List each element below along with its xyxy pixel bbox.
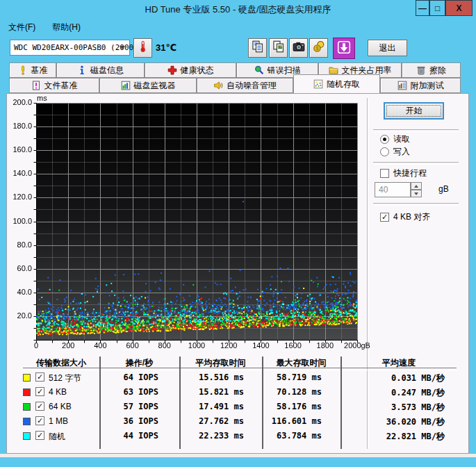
series-checkbox[interactable]: ✓	[35, 431, 44, 440]
tab-label: 随机存取	[327, 79, 360, 90]
menu-item-file[interactable]: 文件(F)	[0, 19, 44, 35]
maximize-button[interactable]: □	[429, 0, 445, 16]
align-4kb-checkbox-row[interactable]: ✓ 4 KB 对齐	[380, 211, 430, 223]
series-color-swatch	[23, 403, 31, 411]
iops-value: 57 IOPS	[99, 402, 179, 411]
table-row-512 字节: ✓512 字节64 IOPS15.516 ms58.719 ms0.031 MB…	[0, 371, 459, 385]
series-checkbox[interactable]: ✓	[35, 372, 44, 382]
exit-button[interactable]: 退出	[368, 40, 407, 56]
tab-erase[interactable]: 擦除	[402, 63, 461, 78]
x-axis-tick-label: 800	[158, 341, 171, 350]
drive-select-value: WDC WD20EARX-00PASB0 (2000 gB)	[14, 43, 152, 52]
table-header-underline	[23, 368, 457, 370]
y-axis-tick-label: 80.0	[4, 240, 32, 249]
avg-speed: 3.573 MB/秒	[340, 402, 456, 413]
max-access-time: 58.176 ms	[262, 402, 338, 411]
short-stroke-label: 快捷行程	[393, 167, 427, 179]
x-axis-tick-label: 400	[94, 341, 106, 350]
avg-access-time: 27.762 ms	[179, 416, 261, 426]
iops-value: 44 IOPS	[99, 431, 179, 441]
tab-label: 磁盘信息	[90, 65, 124, 76]
avg-access-time: 15.821 ms	[179, 387, 261, 397]
x-axis-tick-label: 1000	[188, 341, 205, 350]
hdtune-window: HD Tune 专业版 5.50 - 硬盘/固态硬盘实用程序 —□X 文件(F)…	[0, 0, 476, 467]
tab-disk-monitor[interactable]: 磁盘监视器	[99, 78, 197, 93]
stroke-size-unit: gB	[438, 184, 449, 194]
series-label: 随机	[49, 431, 65, 443]
radio-write-circle[interactable]	[380, 147, 389, 156]
tab-file-benchmark[interactable]: 文件基准	[9, 78, 99, 93]
copy-image-button[interactable]	[269, 38, 288, 58]
scatter-icon	[313, 79, 323, 89]
max-access-time: 116.601 ms	[262, 416, 338, 426]
tab-label: 基准	[31, 65, 48, 76]
camera-icon	[293, 40, 305, 56]
copy-text-button[interactable]	[248, 38, 267, 58]
radio-read-circle[interactable]	[380, 135, 389, 144]
y-axis-unit-label: ms	[37, 94, 47, 102]
x-axis-tick-label: 1200	[220, 341, 237, 350]
series-color-swatch	[23, 374, 31, 382]
stroke-size-value[interactable]: 40	[375, 182, 411, 197]
table-row-随机: ✓随机44 IOPS22.233 ms63.784 ms22.821 MB/秒	[0, 429, 459, 443]
update-button[interactable]	[333, 38, 355, 59]
series-color-swatch	[23, 432, 31, 440]
tab-random-access[interactable]: 随机存取	[293, 74, 380, 93]
short-stroke-checkbox[interactable]	[380, 169, 389, 178]
x-axis-tick-label: 2000gB	[344, 341, 370, 350]
tab-benchmark[interactable]: 基准	[9, 63, 56, 78]
short-stroke-checkbox-row[interactable]: 快捷行程	[380, 167, 427, 179]
triangle-down-icon	[414, 192, 418, 195]
radio-write-label: 写入	[393, 146, 410, 158]
speaker-icon	[213, 81, 223, 90]
screenshot-button[interactable]	[289, 38, 308, 58]
temperature-button[interactable]	[133, 38, 152, 58]
window-title: HD Tune 专业版 5.50 - 硬盘/固态硬盘实用程序	[0, 0, 476, 19]
y-axis-tick-label: 160.0	[4, 145, 32, 154]
series-checkbox[interactable]: ✓	[35, 402, 44, 411]
minimize-button[interactable]: —	[416, 0, 429, 16]
avg-access-time: 15.516 ms	[179, 372, 261, 382]
series-checkbox[interactable]: ✓	[35, 387, 44, 396]
avg-speed: 0.247 MB/秒	[340, 387, 456, 399]
folder-icon	[329, 65, 338, 75]
stroke-size-spinner[interactable]: 40	[375, 182, 422, 197]
x-axis-tick-label: 1800	[317, 341, 334, 350]
menu-item-help[interactable]: 帮助(H)	[44, 19, 89, 35]
radio-read[interactable]: 读取	[380, 133, 410, 145]
drive-select-dropdown[interactable]: WDC WD20EARX-00PASB0 (2000 gB)	[10, 40, 130, 56]
focus-outline	[386, 105, 441, 117]
tab-aam[interactable]: 自动噪音管理	[197, 78, 293, 93]
series-checkbox[interactable]: ✓	[35, 416, 44, 425]
tab-row-2: 文件基准磁盘监视器自动噪音管理随机存取附加测试	[9, 78, 461, 93]
chevron-down-icon	[120, 46, 125, 49]
series-color-swatch	[23, 388, 31, 396]
series-label: 512 字节	[49, 372, 81, 384]
radio-write[interactable]: 写入	[380, 146, 410, 158]
max-access-time: 70.128 ms	[262, 387, 338, 397]
svg-text:$: $	[315, 46, 318, 51]
title-bar: HD Tune 专业版 5.50 - 硬盘/固态硬盘实用程序 —□X	[0, 0, 476, 19]
align-4kb-checkbox[interactable]: ✓	[380, 213, 389, 222]
tab-disk-info[interactable]: 磁盘信息	[56, 63, 145, 78]
menu-bar: 文件(F)帮助(H)	[0, 19, 476, 35]
donate-button[interactable]: $	[309, 38, 328, 58]
spinner-up-button[interactable]	[411, 182, 422, 190]
exclamation-icon	[18, 65, 28, 75]
separator	[373, 203, 459, 206]
table-row-64 KB: ✓64 KB57 IOPS17.491 ms58.176 ms3.573 MB/…	[0, 400, 459, 414]
close-button[interactable]: X	[445, 0, 473, 16]
download-icon	[337, 40, 351, 57]
tab-extra-tests[interactable]: 附加测试	[380, 78, 461, 93]
temperature-value: 31℃	[156, 42, 177, 53]
y-axis-tick-label: 20.0	[4, 311, 32, 320]
triangle-up-icon	[414, 185, 418, 188]
series-label: 1 MB	[49, 416, 68, 426]
spinner-down-button[interactable]	[411, 190, 422, 197]
start-button[interactable]: 开始	[384, 102, 444, 120]
series-label: 64 KB	[49, 402, 72, 411]
x-axis-tick-label: 1600	[284, 341, 301, 350]
tab-health[interactable]: 健康状态	[145, 63, 236, 78]
avg-speed: 0.031 MB/秒	[340, 372, 456, 384]
iops-value: 36 IOPS	[99, 416, 179, 426]
